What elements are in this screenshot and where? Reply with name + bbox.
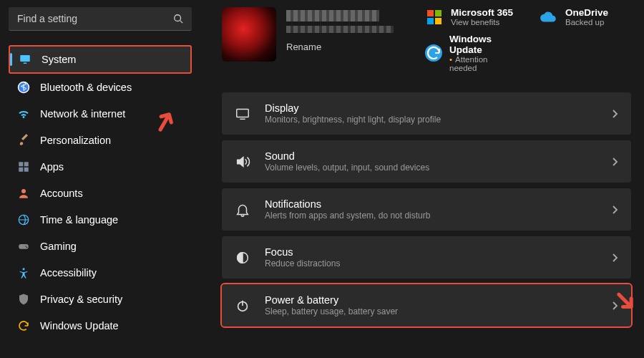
sidebar-item-label: Time & language [40, 214, 118, 226]
svg-point-9 [21, 189, 26, 193]
ms365-icon [425, 8, 444, 26]
sound-icon [235, 154, 250, 170]
sidebar-item-label: Windows Update [40, 320, 119, 332]
tile-subtitle: View benefits [451, 18, 513, 26]
chevron-right-icon [611, 109, 618, 119]
rename-link[interactable]: Rename [286, 42, 394, 52]
tile-onedrive[interactable]: OneDriveBacked up [540, 7, 631, 26]
row-subtitle: Sleep, battery usage, battery saver [265, 306, 597, 316]
svg-point-12 [25, 246, 26, 247]
tile-title: Windows Update [449, 34, 517, 55]
row-title: Notifications [265, 198, 597, 210]
monitor-icon [19, 53, 31, 66]
sidebar-item-bluetooth-devices[interactable]: Bluetooth & devices [9, 74, 192, 100]
wifi-icon [17, 107, 30, 120]
svg-rect-15 [237, 109, 249, 117]
shield-icon [17, 293, 30, 306]
device-profile: Rename [222, 7, 394, 62]
svg-rect-8 [24, 168, 29, 172]
sidebar-item-label: Gaming [40, 241, 77, 252]
sidebar-item-privacy-security[interactable]: Privacy & security [9, 286, 192, 312]
device-image [222, 7, 276, 62]
sidebar-item-apps[interactable]: Apps [9, 154, 192, 180]
chevron-right-icon [611, 157, 618, 167]
sidebar-item-label: System [42, 54, 76, 65]
svg-rect-7 [19, 168, 23, 172]
sidebar-item-label: Accounts [40, 188, 83, 199]
svg-rect-5 [19, 162, 23, 166]
sidebar-item-personalization[interactable]: Personalization [9, 127, 192, 153]
brush-icon [17, 134, 30, 147]
setting-row-display[interactable]: DisplayMonitors, brightness, night light… [222, 92, 631, 135]
svg-point-14 [23, 268, 25, 270]
svg-rect-2 [20, 55, 30, 62]
device-model-obscured [286, 26, 394, 33]
setting-row-focus[interactable]: FocusReduce distractions [222, 236, 631, 279]
svg-rect-11 [19, 244, 29, 249]
grid-icon [17, 160, 30, 173]
search-icon [173, 14, 183, 24]
nav-list: SystemBluetooth & devicesNetwork & inter… [6, 45, 195, 339]
row-title: Power & battery [265, 294, 597, 306]
person-icon [17, 187, 30, 200]
setting-row-sound[interactable]: SoundVolume levels, output, input, sound… [222, 140, 631, 183]
display-icon [235, 106, 250, 122]
top-cards-row: Rename Microsoft 365View benefitsOneDriv… [222, 7, 631, 72]
svg-rect-6 [24, 162, 29, 166]
row-title: Display [265, 102, 597, 114]
sidebar-item-accessibility[interactable]: Accessibility [9, 260, 192, 286]
row-subtitle: Reduce distractions [265, 258, 597, 268]
search-input[interactable] [17, 13, 173, 24]
tile-subtitle: •Attention needed [449, 55, 517, 72]
globe-clock-icon [17, 213, 30, 226]
sidebar-item-label: Bluetooth & devices [40, 82, 132, 93]
svg-rect-3 [24, 63, 27, 64]
svg-point-0 [175, 15, 181, 21]
bluetooth-icon [17, 81, 30, 94]
row-subtitle: Monitors, brightness, night light, displ… [265, 115, 597, 125]
update-icon [425, 44, 442, 62]
settings-list: DisplayMonitors, brightness, night light… [222, 92, 631, 326]
accessibility-icon [17, 266, 30, 279]
chevron-right-icon [611, 301, 618, 311]
sidebar-item-accounts[interactable]: Accounts [9, 180, 192, 206]
cloud-icon [540, 8, 558, 26]
system-page: Rename Microsoft 365View benefitsOneDriv… [200, 0, 644, 358]
sidebar-item-gaming[interactable]: Gaming [9, 233, 192, 259]
sidebar-item-network-internet[interactable]: Network & internet [9, 101, 192, 127]
row-subtitle: Volume levels, output, input, sound devi… [265, 163, 597, 173]
sidebar-item-label: Privacy & security [40, 294, 122, 305]
sidebar-item-time-language[interactable]: Time & language [9, 207, 192, 233]
tile-windows-update[interactable]: Windows Update•Attention needed [425, 34, 517, 72]
tile-title: Microsoft 365 [451, 7, 513, 18]
svg-point-13 [26, 247, 28, 248]
row-subtitle: Alerts from apps and system, do not dist… [265, 211, 597, 221]
info-tiles: Microsoft 365View benefitsOneDriveBacked… [425, 7, 631, 72]
sidebar-item-label: Accessibility [40, 267, 97, 279]
sidebar-item-label: Personalization [40, 135, 111, 146]
search-box[interactable] [9, 7, 192, 31]
svg-line-1 [180, 21, 183, 24]
chevron-right-icon [611, 253, 618, 263]
gamepad-icon [17, 240, 30, 253]
tile-title: OneDrive [565, 7, 608, 18]
setting-row-notifications[interactable]: NotificationsAlerts from apps and system… [222, 188, 631, 231]
update-icon [17, 319, 30, 332]
setting-row-power-battery[interactable]: Power & batterySleep, battery usage, bat… [222, 284, 631, 326]
focus-icon [235, 250, 250, 266]
settings-sidebar: SystemBluetooth & devicesNetwork & inter… [0, 0, 200, 358]
sidebar-item-system[interactable]: System [9, 45, 192, 74]
sidebar-item-label: Network & internet [40, 108, 125, 120]
device-name-obscured [286, 10, 379, 21]
chevron-right-icon [611, 205, 618, 215]
sidebar-item-windows-update[interactable]: Windows Update [9, 313, 192, 339]
sidebar-item-label: Apps [40, 161, 64, 173]
bell-icon [235, 202, 250, 218]
tile-microsoft-[interactable]: Microsoft 365View benefits [425, 7, 517, 26]
row-title: Sound [265, 150, 597, 162]
row-title: Focus [265, 246, 597, 258]
tile-subtitle: Backed up [565, 18, 608, 26]
power-icon [235, 298, 250, 314]
